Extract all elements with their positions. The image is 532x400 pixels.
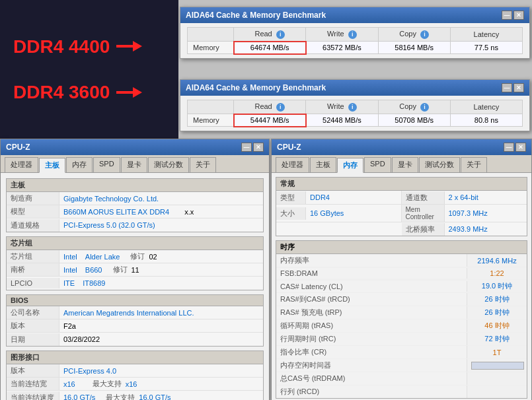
cpuz-right-tabs[interactable]: 处理器 主板 内存 SPD 显卡 测试分数 关于 [272, 155, 531, 173]
chipset-title: 芯片组 [7, 237, 263, 250]
bios-version-value: F2a [59, 321, 263, 331]
bios-version-row: 版本 F2a [7, 319, 263, 333]
general-section: 常规 类型 DDR4 通道数 2 x 64-bit 大小 16 GBytes [276, 177, 527, 236]
memory-row-label: Memory [188, 42, 234, 54]
cpuz-right-close[interactable]: ✕ [515, 143, 526, 152]
tab-processor[interactable]: 处理器 [5, 157, 38, 172]
size-value: 16 GBytes [306, 208, 401, 218]
aida64-bottom-window: AIDA64 Cache & Memory Benchmark — ✕ Read… [180, 79, 530, 131]
minimize-button[interactable]: — [502, 11, 512, 20]
graphics-width-row: 当前连结宽 x16 最大支持 x16 [7, 378, 263, 391]
copy-info-icon[interactable]: i [420, 30, 429, 39]
bios-company-value: American Megatrends International LLC. [59, 308, 263, 318]
graphics-title: 图形接口 [7, 351, 263, 364]
lpcio-label: LPCIO [7, 278, 59, 288]
trp-label: RAS# 预充电 (tRP) [276, 306, 467, 319]
cl-value: 19.0 时钟 [467, 280, 527, 292]
aida64-top-controls[interactable]: — ✕ [502, 11, 524, 20]
write-info-icon-2[interactable]: i [348, 103, 357, 112]
chipset-label: 芯片组 [7, 250, 59, 263]
ddr4-3600-label: DDR4 3600 [13, 79, 165, 105]
cpuz-right-minimize[interactable]: — [504, 143, 514, 152]
model-value: B660M AORUS ELITE AX DDR4 x.x [59, 207, 263, 217]
chipset-row: 芯片组 Intel Alder Lake 修订 02 [7, 250, 263, 263]
graphics-section: 图形接口 版本 PCI-Express 4.0 当前连结宽 x16 最大支持 x… [6, 350, 264, 400]
channel-row: 通道规格 PCI-Express 5.0 (32.0 GT/s) [7, 218, 263, 232]
tab-memory[interactable]: 内存 [66, 157, 93, 172]
idle-timer-bar [471, 362, 524, 370]
tras-value: 46 时钟 [467, 319, 527, 332]
trdram-label: 总CAS号 (tRDRAM) [276, 372, 467, 385]
tab-about-r[interactable]: 关于 [461, 157, 487, 172]
aida64-bottom-content: Read i Write i Copy i Latency [180, 96, 529, 131]
cpuz-left-body: 主板 制造商 Gigabyte Technology Co. Ltd. 模型 B… [1, 173, 269, 400]
northbridge-label: 北桥频率 [402, 223, 445, 236]
cpuz-left-window: CPU-Z — ✕ 处理器 主板 内存 SPD 显卡 测试分数 关于 主板 制造… [0, 139, 270, 400]
cpuz-right-window: CPU-Z — ✕ 处理器 主板 内存 SPD 显卡 测试分数 关于 常规 类型… [271, 139, 532, 400]
cpuz-left-controls[interactable]: — ✕ [241, 143, 264, 152]
cpuz-right-controls[interactable]: — ✕ [504, 143, 526, 152]
cpuz-left-minimize[interactable]: — [241, 143, 252, 152]
tab-gpu-r[interactable]: 显卡 [392, 157, 418, 172]
col-latency-2: Latency [450, 100, 522, 114]
cpuz-left-close[interactable]: ✕ [253, 143, 264, 152]
trc-label: 行周期时间 (tRC) [276, 333, 467, 345]
tab-about[interactable]: 关于 [190, 157, 216, 172]
col-latency: Latency [450, 28, 522, 42]
read-info-icon[interactable]: i [276, 30, 285, 39]
tab-mainboard[interactable]: 主板 [39, 158, 65, 173]
close-button[interactable]: ✕ [513, 11, 524, 20]
write-info-icon[interactable]: i [348, 30, 357, 39]
graphics-speed-label: 当前连结速度 [7, 391, 59, 401]
bios-title: BIOS [7, 295, 263, 306]
memory-write-value-2: 52448 MB/s [306, 114, 378, 127]
mem-ctrl-row: Mem Controller 1097.3 MHz [402, 205, 527, 222]
tab-score[interactable]: 测试分数 [148, 157, 189, 172]
type-row: 类型 DDR4 [276, 191, 402, 204]
timing-title: 时序 [276, 241, 527, 254]
aida64-top-content: Read i Write i Copy i Latency [180, 23, 529, 58]
mem-ctrl-label: Mem Controller [402, 205, 445, 222]
model-label: 模型 [7, 205, 59, 218]
trdram-value [467, 378, 527, 380]
memory-latency-value: 77.5 ns [450, 42, 522, 54]
memory-write-value: 63572 MB/s [306, 42, 378, 54]
idle-timer-value [467, 360, 527, 371]
copy-info-icon-2[interactable]: i [420, 103, 429, 112]
trp-row: RAS# 预充电 (tRP) 26 时钟 [276, 306, 527, 319]
channel-count-row: 通道数 2 x 64-bit [402, 191, 527, 204]
bios-date-value: 03/28/2022 [59, 334, 263, 345]
size-label: 大小 [276, 207, 306, 220]
aida64-bottom-controls[interactable]: — ✕ [502, 83, 524, 92]
channel-label: 通道规格 [7, 219, 59, 232]
mainboard-title: 主板 [7, 179, 263, 192]
row-trcd-row: 行列 (tRCD) [276, 385, 527, 398]
col-read: Read i [234, 28, 306, 42]
cl-label: CAS# Latency (CL) [276, 281, 467, 292]
trcd-value: 26 时钟 [467, 293, 527, 306]
read-info-icon-2[interactable]: i [276, 103, 285, 112]
cr-label: 指令比率 (CR) [276, 346, 467, 358]
minimize-button-2[interactable]: — [502, 83, 512, 92]
tab-gpu[interactable]: 显卡 [121, 157, 147, 172]
tab-spd-r[interactable]: SPD [364, 157, 391, 172]
lpcio-row: LPCIO ITE IT8689 [7, 277, 263, 290]
bios-company-label: 公司名称 [7, 306, 59, 319]
tab-mainboard-r[interactable]: 主板 [310, 157, 336, 172]
cpuz-left-titlebar: CPU-Z — ✕ [1, 139, 269, 155]
tab-processor-r[interactable]: 处理器 [276, 157, 309, 172]
bios-date-row: 日期 03/28/2022 [7, 333, 263, 346]
tab-memory-r[interactable]: 内存 [337, 158, 363, 173]
mainboard-section: 主板 制造商 Gigabyte Technology Co. Ltd. 模型 B… [6, 178, 264, 232]
fsb-dram-label: FSB:DRAM [276, 268, 467, 279]
close-button-2[interactable]: ✕ [513, 83, 524, 92]
idle-timer-label: 内存空闲时间器 [276, 359, 467, 372]
cpuz-left-tabs[interactable]: 处理器 主板 内存 SPD 显卡 测试分数 关于 [1, 155, 269, 173]
channel-count-value: 2 x 64-bit [445, 192, 527, 203]
aida64-top-titlebar: AIDA64 Cache & Memory Benchmark — ✕ [180, 7, 529, 23]
trc-row: 行周期时间 (tRC) 72 时钟 [276, 333, 527, 346]
trcd-row: RAS#到CAS# (tRCD) 26 时钟 [276, 293, 527, 306]
tab-score-r[interactable]: 测试分数 [419, 157, 460, 172]
mem-freq-row: 内存频率 2194.6 MHz [276, 254, 527, 267]
tab-spd[interactable]: SPD [93, 157, 120, 172]
